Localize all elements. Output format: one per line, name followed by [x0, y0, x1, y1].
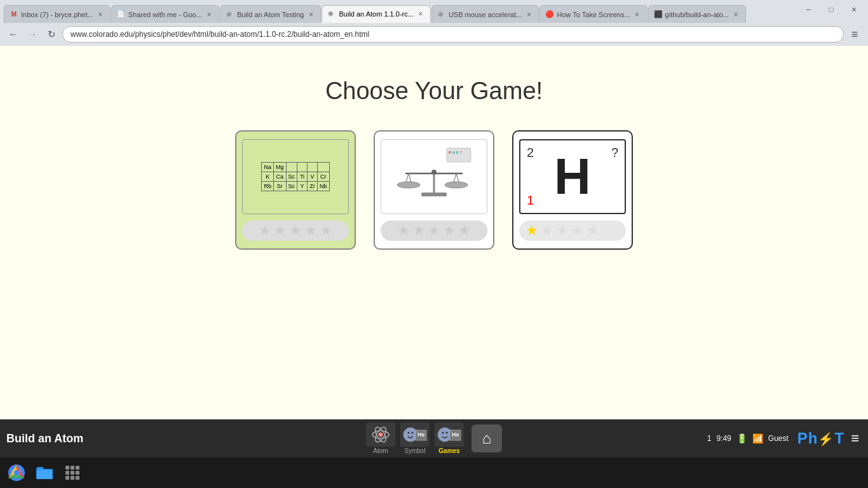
tab-build-atom-testing[interactable]: ⚛ Build an Atom Testing × [220, 5, 322, 23]
svg-text:H: H [452, 151, 455, 154]
atom-orbit-icon [370, 424, 391, 445]
taskbar-tab-symbol[interactable]: He 2 Symbol [400, 423, 430, 454]
tab-favicon-usb: ⚛ [437, 10, 446, 19]
reload-button[interactable]: ↻ [43, 26, 60, 43]
page-content: Choose Your Game! Na Mg K Ca [0, 46, 868, 419]
atom-tab-label: Atom [373, 447, 388, 454]
tab-close-usb[interactable]: × [524, 10, 533, 19]
minimize-button[interactable]: − [797, 3, 820, 17]
star-2-2: ★ [412, 222, 425, 239]
game-cards-container: Na Mg K Ca Sc Ti V Cr [235, 130, 633, 250]
stars-row-game3: ★ ★ ★ ★ ★ [519, 220, 626, 241]
star-3-2: ★ [541, 222, 553, 239]
tab-usb[interactable]: ⚛ USB mouse accelerat... × [431, 5, 539, 23]
tab-gdrive[interactable]: 📄 Shared with me - Goo... × [111, 5, 219, 23]
home-button[interactable]: ⌂ [471, 424, 502, 452]
home-icon: ⌂ [482, 430, 492, 447]
svg-rect-41 [65, 476, 69, 480]
svg-rect-36 [71, 466, 74, 470]
star-3-1: ★ [526, 222, 538, 239]
close-button[interactable]: × [843, 3, 865, 17]
menu-button[interactable]: ≡ [846, 26, 863, 43]
hamburger-button[interactable]: ≡ [848, 430, 862, 447]
element-top-right: ? [611, 146, 618, 160]
svg-point-21 [412, 432, 414, 434]
tab-close-active[interactable]: × [416, 10, 425, 18]
tab-close-inbox[interactable]: × [96, 10, 105, 19]
os-apps-icon[interactable] [61, 461, 84, 484]
sys-number: 1 [707, 434, 712, 443]
browser-chrome: M Inbox (7) - bryce.phet... × 📄 Shared w… [0, 0, 868, 46]
taskbar-center-tabs: Atom He 2 Symbol [366, 423, 502, 454]
svg-rect-40 [76, 471, 79, 475]
taskbar-tab-games[interactable]: He 2 Games [435, 423, 464, 454]
symbol-tab-icon: He 2 [402, 424, 428, 445]
taskbar-app-name: Build an Atom [6, 432, 89, 445]
svg-point-12 [397, 182, 420, 188]
tab-favicon-drive: 📄 [117, 10, 126, 19]
balance-scale-svg: P H E T [393, 145, 475, 208]
svg-point-27 [446, 432, 448, 434]
os-taskbar [0, 458, 868, 488]
tab-label-active: Build an Atom 1.1.0-rc... [339, 10, 413, 18]
svg-rect-7 [421, 193, 447, 196]
star-1-3: ★ [289, 222, 302, 239]
star-3-3: ★ [556, 222, 569, 239]
address-bar[interactable] [62, 26, 844, 43]
tab-inbox[interactable]: M Inbox (7) - bryce.phet... × [4, 5, 111, 23]
games-tab-icon: He 2 [437, 424, 462, 445]
back-button[interactable]: ← [5, 26, 22, 43]
svg-rect-37 [76, 466, 79, 470]
stars-row-game2: ★ ★ ★ ★ ★ [381, 220, 487, 241]
tab-close-drive[interactable]: × [205, 10, 214, 19]
card-preview-balance: P H E T [381, 139, 487, 214]
stars-row-game1: ★ ★ ★ ★ ★ [242, 220, 349, 241]
sys-time: 9:49 [716, 434, 731, 443]
os-folder-icon[interactable] [33, 461, 56, 484]
element-letter: H [554, 151, 591, 202]
atom-tab-icon-box [366, 423, 395, 447]
tab-screenshot[interactable]: 🔴 How To Take Screens... × [539, 5, 647, 23]
tab-label-inbox: Inbox (7) - bryce.phet... [21, 11, 93, 18]
svg-point-26 [442, 432, 444, 434]
periodic-table-mini: Na Mg K Ca Sc Ti V Cr [261, 162, 329, 191]
game-card-symbol[interactable]: 2 ? 1 H ★ ★ ★ ★ ★ [512, 130, 633, 250]
tab-close-screenshot[interactable]: × [633, 10, 642, 19]
games-tab-icon-box: He 2 [435, 423, 464, 447]
taskbar-tab-atom[interactable]: Atom [366, 423, 395, 454]
game-card-balance[interactable]: P H E T [374, 130, 494, 250]
tab-github[interactable]: ⬛ github/build-an-ato... × [648, 5, 746, 23]
window-controls: − □ × [797, 3, 865, 17]
svg-point-14 [431, 170, 437, 175]
folder-icon [36, 465, 53, 480]
os-chrome-icon[interactable] [5, 461, 28, 484]
star-1-1: ★ [259, 222, 271, 239]
tab-close-github[interactable]: × [731, 10, 740, 19]
tab-bar: M Inbox (7) - bryce.phet... × 📄 Shared w… [0, 0, 868, 23]
page-title: Choose Your Game! [325, 78, 543, 105]
game-card-periodic[interactable]: Na Mg K Ca Sc Ti V Cr [235, 130, 356, 250]
star-2-4: ★ [443, 222, 456, 239]
tab-close-testing[interactable]: × [306, 10, 315, 19]
card-preview-symbol: 2 ? 1 H [519, 139, 626, 214]
star-1-2: ★ [274, 222, 287, 239]
tab-label-testing: Build an Atom Testing [237, 11, 304, 18]
element-top-left: 2 [527, 146, 534, 160]
maximize-button[interactable]: □ [820, 3, 843, 17]
apps-grid-icon [65, 465, 80, 480]
omnibar: ← → ↻ ≡ [0, 23, 868, 46]
svg-text:T: T [460, 151, 463, 154]
games-tab-label: Games [438, 447, 459, 454]
sys-wifi-icon: 📶 [752, 433, 763, 444]
svg-rect-42 [71, 476, 74, 480]
forward-button[interactable]: → [24, 26, 41, 43]
tab-build-atom-active[interactable]: ⚛ Build an Atom 1.1.0-rc... × [322, 5, 430, 23]
taskbar-right: 1 9:49 🔋 📶 Guest Ph⚡T ≡ [707, 430, 862, 447]
tab-favicon-gmail: M [10, 10, 18, 19]
star-3-4: ★ [571, 222, 584, 239]
symbol-tab-icon-box: He 2 [400, 423, 430, 447]
svg-text:2: 2 [451, 429, 452, 433]
svg-text:He: He [417, 431, 425, 438]
phet-logo: Ph⚡T [797, 430, 844, 447]
svg-point-20 [408, 432, 410, 434]
